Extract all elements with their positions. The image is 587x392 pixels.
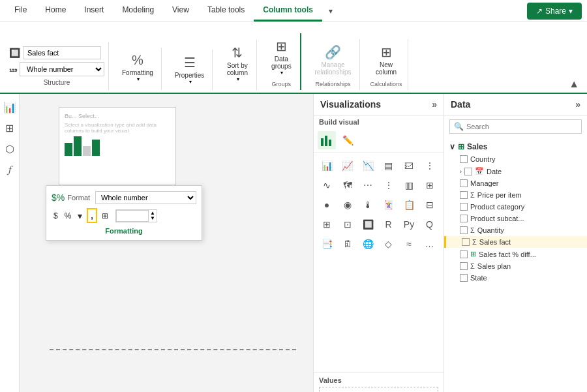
- manager-checkbox[interactable]: [460, 179, 468, 187]
- tab-home[interactable]: Home: [36, 0, 75, 22]
- viz-treemap[interactable]: ⊟: [421, 196, 439, 214]
- viz-slicer[interactable]: 🔲: [359, 215, 377, 234]
- sidebar-table-icon[interactable]: ⊞: [2, 120, 18, 136]
- viz-line-chart[interactable]: 📉: [359, 157, 377, 175]
- viz-gauge[interactable]: 🌡: [359, 196, 377, 214]
- comma-button[interactable]: ,: [87, 208, 97, 223]
- tree-item-product-subcat[interactable]: Product subcat...: [444, 213, 587, 224]
- product-subcat-checkbox[interactable]: [460, 215, 468, 222]
- tree-item-quantity[interactable]: Σ Quantity: [444, 224, 587, 236]
- group-expand-arrow[interactable]: ∨: [449, 142, 455, 151]
- search-input[interactable]: [466, 123, 577, 130]
- viz-ribbon-chart[interactable]: ⋮: [421, 157, 439, 175]
- tree-item-state[interactable]: State: [444, 272, 587, 284]
- field-name-row: 🔲: [9, 46, 104, 59]
- formatting-button[interactable]: % Formatting ▾: [119, 50, 156, 85]
- viz-key-influencers[interactable]: 📑: [318, 235, 336, 253]
- field-name-section: 🔲 ₁₂₃ Whole number Decimal number Text D…: [5, 42, 109, 90]
- state-label: State: [470, 274, 487, 282]
- svg-rect-2: [329, 140, 331, 146]
- viz-filled-map[interactable]: ⋯: [359, 176, 377, 194]
- viz-more[interactable]: …: [421, 235, 439, 253]
- canvas-thumbnail: Bu... Select... Select a visualization t…: [59, 107, 176, 185]
- decimal-stepper[interactable]: 0 ▲ ▼: [115, 209, 157, 222]
- viz-column-chart[interactable]: 📈: [339, 157, 357, 175]
- percent-symbol[interactable]: %: [63, 211, 74, 221]
- sales-plan-checkbox[interactable]: [460, 262, 468, 270]
- date-expand-arrow[interactable]: ›: [460, 168, 462, 175]
- viz-scatter[interactable]: ∿: [318, 176, 336, 194]
- viz-pencil-icon[interactable]: ✏️: [339, 131, 357, 149]
- search-icon: 🔍: [454, 122, 464, 131]
- country-checkbox[interactable]: [460, 155, 468, 163]
- more-tabs-button[interactable]: ▾: [322, 1, 339, 21]
- viz-donut[interactable]: ◉: [339, 196, 357, 214]
- tree-item-date[interactable]: › 📅 Date: [444, 165, 587, 177]
- viz-bar-chart-icon[interactable]: [318, 131, 336, 149]
- viz-map[interactable]: 🗺: [339, 176, 357, 194]
- viz-qa[interactable]: Q: [421, 215, 439, 234]
- tab-insert[interactable]: Insert: [75, 0, 113, 22]
- manage-relationships-button[interactable]: 🔗 Managerelationships: [312, 42, 354, 78]
- tab-modeling[interactable]: Modeling: [113, 0, 163, 22]
- sidebar-dax-icon[interactable]: 𝑓: [2, 162, 18, 177]
- tab-table-tools[interactable]: Table tools: [198, 0, 254, 22]
- properties-button[interactable]: ☰ Properties ▾: [172, 52, 207, 87]
- add-fields-box[interactable]: Add data fields here: [319, 387, 438, 392]
- viz-stacked-bar[interactable]: 📊: [318, 157, 336, 175]
- viz-diamond[interactable]: ◇: [380, 235, 398, 253]
- viz-area-chart[interactable]: 🗠: [400, 157, 418, 175]
- thousand-symbol[interactable]: ▾: [76, 210, 84, 222]
- viz-table[interactable]: ⊞: [318, 215, 336, 234]
- date-checkbox[interactable]: [464, 168, 472, 175]
- viz-shape-map[interactable]: 🗓: [339, 235, 357, 253]
- tree-item-sales-fact[interactable]: Σ Sales fact: [444, 236, 587, 248]
- field-name-input[interactable]: [23, 46, 101, 59]
- quantity-checkbox[interactable]: [460, 226, 468, 234]
- viz-r-visual[interactable]: R: [380, 215, 398, 234]
- tree-item-country[interactable]: Country: [444, 153, 587, 165]
- viz-matrix[interactable]: ⊡: [339, 215, 357, 234]
- tree-item-product-category[interactable]: Product category: [444, 201, 587, 213]
- viz-card[interactable]: 🃏: [380, 196, 398, 214]
- viz-pie[interactable]: ●: [318, 196, 336, 214]
- decimal-input[interactable]: 0: [116, 210, 149, 222]
- tab-file[interactable]: File: [5, 0, 36, 22]
- format-type-select[interactable]: Whole number Decimal number Currency Per…: [95, 191, 196, 204]
- viz-decomp-tree[interactable]: ⊞: [421, 176, 439, 194]
- sort-by-column-button[interactable]: ⇅ Sort bycolumn ▾: [224, 42, 250, 85]
- data-groups-icon: ⊞: [276, 38, 287, 54]
- share-button[interactable]: ↗ Share ▾: [527, 3, 582, 20]
- viz-funnel[interactable]: ⋮: [380, 176, 398, 194]
- tree-item-sales-plan[interactable]: Σ Sales plan: [444, 260, 587, 272]
- viz-custom1[interactable]: ≈: [400, 235, 418, 253]
- sales-fact-checkbox[interactable]: [462, 238, 470, 246]
- tree-item-manager[interactable]: Manager: [444, 177, 587, 189]
- sales-fact-diff-checkbox[interactable]: [460, 250, 468, 258]
- data-panel: Data » 🔍 ∨ ⊞ Sales: [444, 94, 587, 392]
- viz-globe[interactable]: 🌐: [359, 235, 377, 253]
- tree-item-price[interactable]: Σ Price per item: [444, 189, 587, 201]
- ribbon-scroll-up[interactable]: ▲: [569, 78, 582, 90]
- currency-symbol[interactable]: $: [52, 211, 60, 221]
- product-cat-checkbox[interactable]: [460, 203, 468, 211]
- viz-waterfall[interactable]: ▥: [400, 176, 418, 194]
- tab-view[interactable]: View: [163, 0, 198, 22]
- new-column-button[interactable]: ⊞ Newcolumn: [373, 42, 399, 78]
- price-checkbox[interactable]: [460, 191, 468, 199]
- data-groups-button[interactable]: ⊞ Datagroups ▾: [268, 36, 294, 78]
- viz-kpi[interactable]: 📋: [400, 196, 418, 214]
- viz-expand-button[interactable]: »: [432, 99, 437, 110]
- tree-item-sales-fact-diff[interactable]: ⊞ Sales fact % diff...: [444, 248, 587, 260]
- tab-column-tools[interactable]: Column tools: [254, 0, 322, 22]
- state-checkbox[interactable]: [460, 274, 468, 282]
- viz-python[interactable]: Py: [400, 215, 418, 234]
- decimal-down-button[interactable]: ▼: [149, 216, 157, 221]
- viz-bar-clustered[interactable]: ▤: [380, 157, 398, 175]
- field-type-select[interactable]: Whole number Decimal number Text Date: [20, 62, 104, 76]
- sidebar-report-icon[interactable]: 📊: [2, 99, 18, 115]
- values-section: Values Add data fields here: [314, 372, 444, 392]
- data-expand-button[interactable]: »: [575, 99, 580, 110]
- sidebar-model-icon[interactable]: ⬡: [2, 141, 18, 157]
- product-cat-label: Product category: [470, 203, 524, 211]
